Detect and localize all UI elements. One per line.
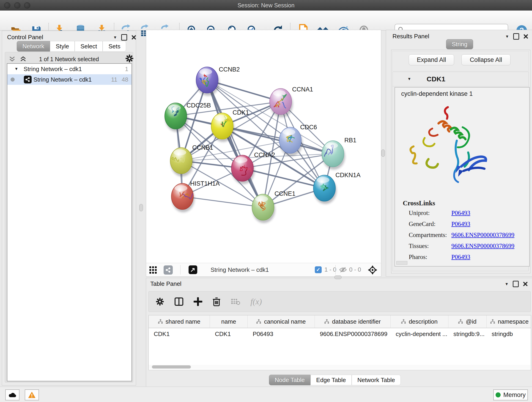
tab-select[interactable]: Select: [75, 41, 103, 51]
collection-expand-icon[interactable]: ▼: [14, 67, 18, 71]
network-row-selected[interactable]: String Network – cdk1 11 48: [7, 74, 132, 85]
table-panel: Table Panel ▼ f(x) shared namenamecanoni…: [146, 278, 532, 387]
tree-column-icon: [158, 319, 163, 324]
column-header-shared-name[interactable]: shared name: [149, 315, 210, 328]
node-CCNA1[interactable]: [270, 89, 293, 117]
table-cell[interactable]: 9606.ENSP00000378699: [315, 328, 391, 340]
column-header-name[interactable]: name: [210, 315, 248, 328]
column-header-label: @id: [466, 318, 476, 325]
column-header-label: canonical name: [264, 318, 306, 325]
network-list: ▼ String Network – cdk1 1 String Network…: [7, 63, 132, 381]
table-options-gear-icon[interactable]: [156, 297, 164, 306]
close-panel-icon[interactable]: [131, 35, 136, 40]
string-network-graph[interactable]: CCNB2CCNA1CDC25BCDK1CDC6RB1CCNB1CCNA2CDK…: [146, 30, 381, 263]
node-CCNE1[interactable]: [252, 194, 275, 223]
float-panel-icon[interactable]: [121, 34, 127, 41]
results-panel: Results Panel ▼ String Expand All Collap…: [386, 30, 532, 277]
control-panel-tabs: NetworkStyleSelectSets: [17, 41, 126, 51]
add-column-icon[interactable]: [194, 297, 202, 306]
node-CCNB1[interactable]: [170, 148, 193, 177]
fit-content-crosshair-icon[interactable]: [367, 265, 378, 275]
node-CCNA2[interactable]: [231, 155, 254, 184]
table-cell[interactable]: stringdb:9...: [448, 328, 487, 340]
table-row[interactable]: CDK1CDK1P064939606.ENSP00000378699cyclin…: [149, 328, 531, 340]
crosslink-link[interactable]: P06493: [451, 254, 470, 261]
node-CCNB2[interactable]: [196, 67, 219, 96]
tab-style[interactable]: Style: [50, 41, 75, 51]
table-cell[interactable]: CDK1: [210, 328, 248, 340]
node-CDC25B[interactable]: [165, 103, 188, 132]
node-table: shared namenamecanonical namedatabase id…: [148, 315, 531, 370]
edge-CCNB2-CCNE1[interactable]: [207, 80, 263, 207]
scrollbar-thumb[interactable]: [152, 365, 191, 369]
warning-button[interactable]: [25, 389, 39, 400]
float-panel-icon[interactable]: [513, 281, 519, 287]
tab-sets[interactable]: Sets: [103, 41, 126, 51]
expand-all-button[interactable]: Expand All: [409, 54, 454, 65]
column-header--id[interactable]: @id: [448, 315, 487, 328]
table-cell[interactable]: P06493: [248, 328, 315, 340]
memory-button[interactable]: Memory: [493, 389, 528, 400]
cloud-button[interactable]: [5, 389, 19, 400]
column-header-database-identifier[interactable]: database identifier: [315, 315, 391, 328]
inner-scrollbar[interactable]: [396, 261, 407, 265]
collapse-all-button[interactable]: Collapse All: [462, 54, 510, 65]
current-network-name: String Network – cdk1: [210, 266, 269, 274]
selected-nodes-checkbox-icon[interactable]: ✓: [315, 266, 322, 273]
table-cell[interactable]: cyclin-dependent ...: [391, 328, 448, 340]
control-panel-title: Control Panel: [7, 34, 43, 41]
table-cell[interactable]: stringdb: [487, 328, 531, 340]
protein-section: ▼ CDK1 cyclin-dependent kinase 1: [393, 72, 529, 271]
table-horizontal-scrollbar[interactable]: [149, 365, 530, 369]
selected-nodes-count: 1 - 0: [324, 266, 336, 273]
close-panel-icon[interactable]: [523, 281, 528, 287]
panel-menu-icon[interactable]: ▼: [113, 36, 117, 39]
network-view-canvas[interactable]: CCNB2CCNA1CDC25BCDK1CDC6RB1CCNB1CCNA2CDK…: [146, 30, 381, 263]
tab-network[interactable]: Network: [17, 41, 50, 51]
network-tab-content: 1 of 1 Network selected ▼ String Network…: [5, 52, 133, 383]
crosslink-link[interactable]: P06493: [451, 210, 470, 217]
warning-icon: [28, 392, 36, 398]
delete-column-icon[interactable]: [212, 297, 221, 306]
string-view-icon[interactable]: [164, 265, 173, 274]
vertical-splitter-handle[interactable]: [381, 149, 385, 157]
crosslink-link[interactable]: 9606.ENSP00000378699: [451, 242, 514, 249]
panel-menu-icon[interactable]: ▼: [505, 35, 509, 38]
string-results-container: Expand All Collapse All ▼ CDK1 cyclin-de…: [391, 50, 530, 274]
protein-detail-box: cyclin-dependent kinase 1: [394, 87, 530, 267]
birds-eye-view-icon[interactable]: [189, 265, 197, 274]
tab-network-table[interactable]: Network Table: [352, 375, 401, 385]
column-header-namespace[interactable]: namespace: [487, 315, 531, 328]
crosslink-link[interactable]: 9606.ENSP00000378699: [451, 231, 514, 239]
table-header-row: shared namenamecanonical namedatabase id…: [149, 315, 531, 328]
grid-view-icon[interactable]: [149, 266, 157, 274]
network-collection-row[interactable]: ▼ String Network – cdk1 1: [7, 64, 132, 74]
table-tabs: Node TableEdge TableNetwork Table: [269, 375, 401, 385]
column-header-canonical-name[interactable]: canonical name: [248, 315, 315, 328]
protein-collapse-icon[interactable]: ▼: [407, 77, 411, 81]
crosslinks-list: Uniprot:P06493GeneCard:P06493Compartment…: [409, 210, 523, 264]
node-HIST1H1A[interactable]: [171, 183, 195, 212]
node-CDC6[interactable]: [279, 127, 302, 156]
horizontal-splitter-handle[interactable]: [334, 275, 342, 279]
tab-node-table[interactable]: Node Table: [269, 375, 310, 385]
crosslink-row: Compartments:9606.ENSP00000378699: [409, 231, 523, 239]
column-header-description[interactable]: description: [391, 315, 448, 328]
node-CDK1[interactable]: [211, 113, 234, 142]
vertical-splitter-handle[interactable]: [139, 204, 143, 211]
show-columns-icon[interactable]: [174, 297, 184, 306]
close-panel-icon[interactable]: [523, 34, 528, 39]
panel-menu-icon[interactable]: ▼: [505, 282, 509, 286]
results-button-row: Expand All Collapse All: [393, 51, 529, 71]
tab-edge-table[interactable]: Edge Table: [310, 375, 352, 385]
tab-string[interactable]: String: [446, 39, 473, 49]
cytoscape-window: Session: New Session: [0, 0, 532, 402]
node-CDKN1A[interactable]: [313, 175, 336, 204]
crosslink-link[interactable]: P06493: [451, 220, 470, 228]
table-cell[interactable]: CDK1: [149, 328, 210, 340]
float-panel-icon[interactable]: [513, 33, 519, 40]
main-toolbar: ?: [0, 11, 532, 31]
node-gloss: [273, 90, 286, 96]
network-options-gear-icon[interactable]: [125, 54, 134, 63]
node-RB1[interactable]: [322, 141, 345, 170]
